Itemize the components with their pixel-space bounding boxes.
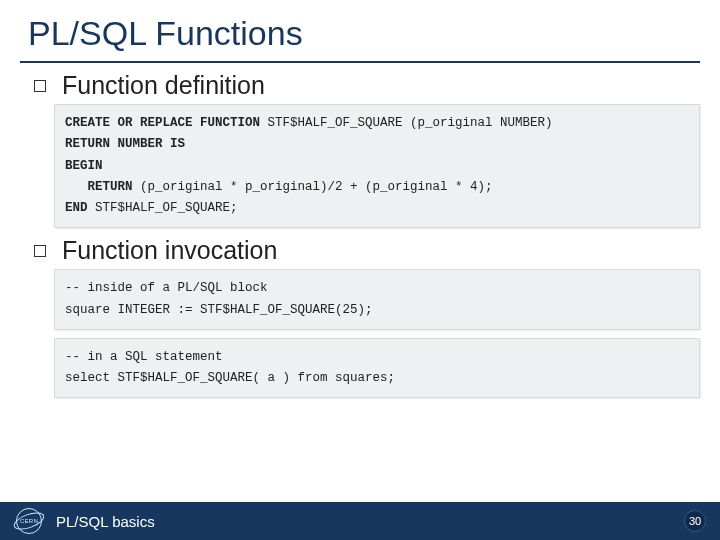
section-heading-row: Function invocation: [20, 236, 700, 265]
section-definition: Function definition CREATE OR REPLACE FU…: [20, 71, 700, 228]
code-block: CREATE OR REPLACE FUNCTION STF$HALF_OF_S…: [54, 104, 700, 228]
square-bullet-icon: [34, 80, 46, 92]
section-heading: Function definition: [62, 71, 265, 100]
code-block: -- inside of a PL/SQL block square INTEG…: [54, 269, 700, 330]
content-area: Function definition CREATE OR REPLACE FU…: [0, 71, 720, 398]
section-heading-row: Function definition: [20, 71, 700, 100]
title-rule: [20, 61, 700, 63]
cern-logo-icon: CERN: [16, 508, 42, 534]
slide-title: PL/SQL Functions: [0, 0, 720, 59]
footer-bar: CERN PL/SQL basics 30: [0, 502, 720, 540]
code-block: -- in a SQL statement select STF$HALF_OF…: [54, 338, 700, 399]
page-number-badge: 30: [684, 510, 706, 532]
section-heading: Function invocation: [62, 236, 277, 265]
section-invocation: Function invocation -- inside of a PL/SQ…: [20, 236, 700, 398]
footer-text: PL/SQL basics: [56, 513, 155, 530]
square-bullet-icon: [34, 245, 46, 257]
